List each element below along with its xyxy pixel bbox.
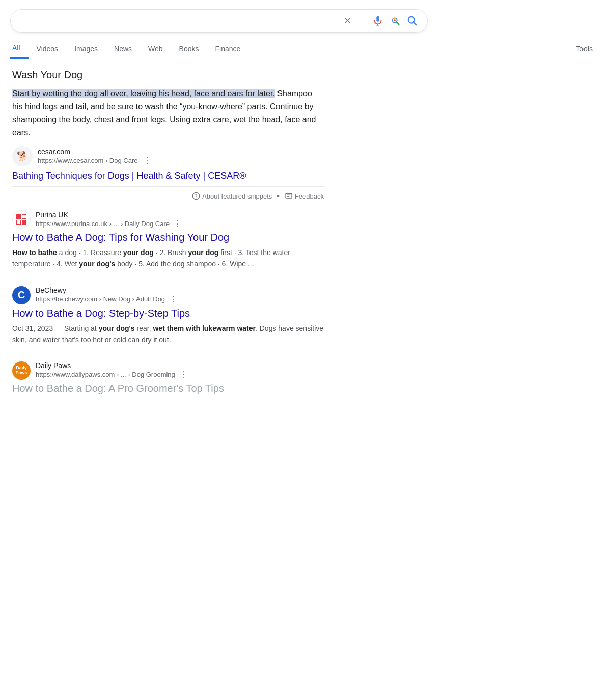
tab-web[interactable]: Web xyxy=(140,40,171,58)
lens-search-button[interactable] xyxy=(390,15,401,26)
question-icon: ? xyxy=(192,192,200,200)
snippet-highlighted: Start by wetting the dog all over, leavi… xyxy=(12,89,275,98)
purina-more-options[interactable]: ⋮ xyxy=(174,219,182,229)
purina-cell-1 xyxy=(16,214,21,219)
snippet-source: 🐕 cesar.com https://www.cesar.com › Dog … xyxy=(12,146,324,166)
purina-title[interactable]: How to Bathe A Dog: Tips for Washing You… xyxy=(12,231,324,244)
tab-books[interactable]: Books xyxy=(171,40,207,58)
tab-news[interactable]: News xyxy=(106,40,140,58)
snippet-text: Start by wetting the dog all over, leavi… xyxy=(12,87,324,139)
result-source-info-dailypaws: Daily Paws https://www.dailypaws.com › .… xyxy=(36,361,187,379)
chewy-title[interactable]: How to Bathe a Dog: Step-by-Step Tips xyxy=(12,306,324,320)
purina-cell-3 xyxy=(16,220,21,225)
result-source-info-purina: Purina UK https://www.purina.co.uk › ...… xyxy=(36,211,182,229)
divider xyxy=(362,15,362,27)
search-submit-button[interactable] xyxy=(407,15,418,26)
dailypaws-more-options[interactable]: ⋮ xyxy=(179,370,187,379)
snippet-footer: ? About featured snippets • Feedback xyxy=(12,186,324,200)
svg-point-4 xyxy=(394,19,396,21)
snippet-link[interactable]: Bathing Techniques for Dogs | Health & S… xyxy=(12,171,324,181)
feedback-button[interactable]: Feedback xyxy=(285,192,324,200)
purina-cell-2 xyxy=(22,214,26,219)
chewy-favicon: C xyxy=(12,286,31,304)
source-name: cesar.com xyxy=(38,148,151,156)
tools-button[interactable]: Tools xyxy=(568,40,601,58)
svg-rect-10 xyxy=(286,194,292,199)
voice-search-button[interactable] xyxy=(372,15,383,26)
clear-button[interactable] xyxy=(344,15,351,26)
result-source-chewy: C BeChewy https://be.chewy.com › New Dog… xyxy=(12,286,324,304)
source-url: https://www.cesar.com › Dog Care ⋮ xyxy=(38,156,151,165)
chewy-more-options[interactable]: ⋮ xyxy=(169,294,177,304)
chewy-desc: Oct 31, 2023 — Starting at your dog's re… xyxy=(12,323,324,345)
search-input[interactable]: how to bathe your dog xyxy=(20,16,344,26)
source-more-options[interactable]: ⋮ xyxy=(143,156,151,165)
tab-images[interactable]: Images xyxy=(66,40,106,58)
featured-snippet: Wash Your Dog Start by wetting the dog a… xyxy=(12,69,324,200)
tab-videos[interactable]: Videos xyxy=(29,40,67,58)
svg-text:?: ? xyxy=(195,194,198,199)
tab-finance[interactable]: Finance xyxy=(207,40,249,58)
cesar-favicon: 🐕 xyxy=(12,146,33,166)
dailypaws-title[interactable]: How to Bathe a Dog: A Pro Groomer's Top … xyxy=(12,382,324,395)
purina-favicon xyxy=(12,210,31,229)
tab-all[interactable]: All xyxy=(10,39,29,59)
svg-line-7 xyxy=(414,22,417,25)
dailypaws-site-name: Daily Paws xyxy=(36,361,187,370)
purina-site-name: Purina UK xyxy=(36,211,182,219)
purina-cell-4 xyxy=(22,220,26,225)
main-content: Wash Your Dog Start by wetting the dog a… xyxy=(0,59,336,425)
search-bar-wrapper: how to bathe your dog xyxy=(0,0,611,39)
source-info: cesar.com https://www.cesar.com › Dog Ca… xyxy=(38,148,151,165)
purina-desc: How to bathe a dog · 1. Reassure your do… xyxy=(12,247,324,269)
svg-line-5 xyxy=(397,22,399,25)
dailypaws-favicon: DailyPaws xyxy=(12,361,31,380)
feedback-icon xyxy=(285,192,293,200)
chewy-url: https://be.chewy.com › New Dog › Adult D… xyxy=(36,294,177,304)
about-snippets[interactable]: ? About featured snippets xyxy=(192,192,272,200)
search-bar-icons xyxy=(344,15,418,27)
svg-rect-0 xyxy=(376,16,379,22)
purina-grid xyxy=(16,214,26,225)
result-source-dailypaws: DailyPaws Daily Paws https://www.dailypa… xyxy=(12,361,324,380)
purina-url: https://www.purina.co.uk › ... › Daily D… xyxy=(36,219,182,229)
search-result-chewy: C BeChewy https://be.chewy.com › New Dog… xyxy=(12,286,324,347)
result-source-info-chewy: BeChewy https://be.chewy.com › New Dog ›… xyxy=(36,286,177,304)
snippet-title: Wash Your Dog xyxy=(12,69,324,81)
search-result-dailypaws: DailyPaws Daily Paws https://www.dailypa… xyxy=(12,361,324,400)
result-source-purina: Purina UK https://www.purina.co.uk › ...… xyxy=(12,210,324,229)
nav-tabs: All Videos Images News Web Books Finance… xyxy=(0,39,611,59)
dailypaws-url: https://www.dailypaws.com › ... › Dog Gr… xyxy=(36,370,187,379)
search-result-purina: Purina UK https://www.purina.co.uk › ...… xyxy=(12,210,324,271)
footer-dot: • xyxy=(277,192,280,200)
chewy-site-name: BeChewy xyxy=(36,286,177,294)
search-bar: how to bathe your dog xyxy=(10,9,428,33)
